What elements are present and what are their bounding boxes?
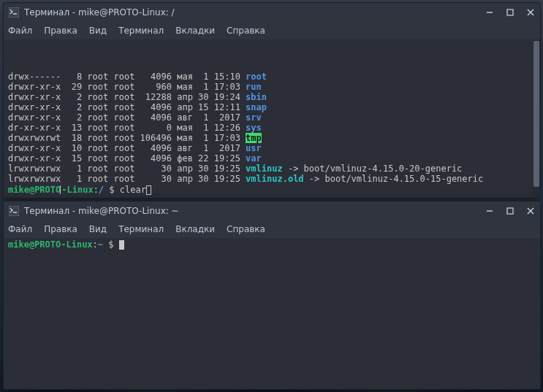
- maximize-button[interactable]: [505, 7, 515, 18]
- prompt-line[interactable]: mike@PROTO-Linux:~ $: [8, 239, 537, 250]
- terminal-output[interactable]: drwx------ 8 root root 4096 мая 1 15:10 …: [4, 39, 540, 198]
- menu-terminal[interactable]: Терминал: [118, 26, 164, 36]
- terminal-output[interactable]: mike@PROTO-Linux:~ $: [4, 238, 540, 389]
- svg-rect-6: [9, 206, 19, 216]
- cursor: [146, 185, 151, 195]
- menu-tabs[interactable]: Вкладки: [175, 26, 215, 36]
- maximize-button[interactable]: [505, 206, 515, 216]
- svg-rect-9: [507, 208, 513, 214]
- ls-row: lrwxrwxrwx 1 root root 30 апр 30 19:25 v…: [8, 174, 537, 184]
- menu-file[interactable]: Файл: [8, 26, 32, 36]
- scrollbar[interactable]: [533, 39, 540, 198]
- ls-row: drwxrwxrwt 18 root root 106496 мая 1 17:…: [8, 133, 537, 143]
- terminal-window-bottom: Терминал - mike@PROTO-Linux: ~ Файл Прав…: [3, 201, 541, 390]
- ls-row: dr-xr-xr-x 13 root root 0 мая 1 12:26 sy…: [8, 123, 537, 133]
- ls-row: drwx------ 8 root root 4096 мая 1 15:10 …: [8, 72, 537, 82]
- menu-edit[interactable]: Правка: [44, 26, 77, 36]
- menu-view[interactable]: Вид: [89, 224, 107, 234]
- svg-rect-0: [9, 7, 19, 18]
- menubar: Файл Правка Вид Терминал Вкладки Справка: [4, 220, 540, 238]
- close-button[interactable]: [525, 206, 536, 216]
- window-title: Терминал - mike@PROTO-Linux: ~: [24, 206, 480, 216]
- menu-terminal[interactable]: Терминал: [118, 224, 164, 234]
- titlebar[interactable]: Терминал - mike@PROTO-Linux: /: [4, 3, 540, 22]
- text-caret-icon: [60, 185, 61, 194]
- ls-row: drwxr-xr-x 2 root root 4096 апр 15 12:11…: [8, 102, 537, 112]
- menu-file[interactable]: Файл: [8, 224, 32, 234]
- menu-edit[interactable]: Правка: [44, 224, 77, 234]
- menu-tabs[interactable]: Вкладки: [175, 224, 215, 234]
- prompt-line[interactable]: mike@PROTO-Linux:/ $ clear: [8, 184, 537, 195]
- ls-row: drwxr-xr-x 15 root root 4096 фев 22 19:2…: [8, 153, 537, 164]
- terminal-icon: [8, 7, 20, 18]
- titlebar[interactable]: Терминал - mike@PROTO-Linux: ~: [4, 201, 540, 220]
- ls-row: lrwxrwxrwx 1 root root 30 апр 30 19:25 v…: [8, 164, 537, 174]
- minimize-button[interactable]: [485, 7, 495, 18]
- ls-row: drwxr-xr-x 2 root root 12288 апр 30 19:2…: [8, 92, 537, 102]
- window-title: Терминал - mike@PROTO-Linux: /: [24, 7, 480, 18]
- close-button[interactable]: [525, 7, 536, 18]
- svg-rect-3: [507, 9, 513, 15]
- menu-view[interactable]: Вид: [89, 26, 107, 36]
- menu-help[interactable]: Справка: [227, 224, 265, 234]
- ls-row: drwxr-xr-x 29 root root 960 мая 1 17:03 …: [8, 82, 537, 92]
- ls-row: drwxr-xr-x 2 root root 4096 авг 1 2017 s…: [8, 112, 537, 123]
- ls-row: drwxr-xr-x 10 root root 4096 авг 1 2017 …: [8, 143, 537, 153]
- menu-help[interactable]: Справка: [227, 26, 265, 36]
- minimize-button[interactable]: [485, 206, 495, 216]
- cursor: [119, 240, 124, 250]
- terminal-icon: [8, 205, 20, 217]
- window-controls: [485, 206, 536, 216]
- scrollbar-thumb[interactable]: [533, 41, 539, 187]
- window-controls: [485, 7, 536, 18]
- menubar: Файл Правка Вид Терминал Вкладки Справка: [4, 22, 540, 39]
- terminal-window-top: Терминал - mike@PROTO-Linux: / Файл Прав…: [3, 2, 541, 199]
